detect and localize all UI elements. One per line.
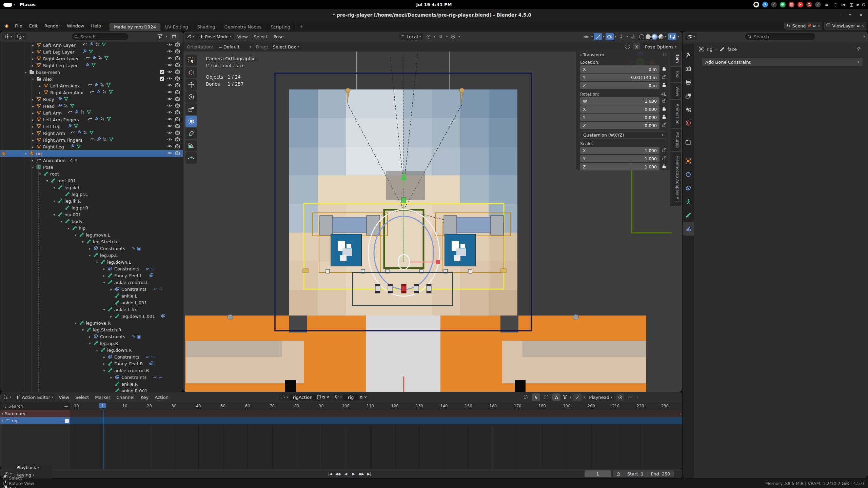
display-mode-button[interactable]: ▾ bbox=[15, 33, 27, 40]
properties-tab-view-layer[interactable] bbox=[683, 89, 694, 103]
orientation-dropdown[interactable]: Default ▾ bbox=[216, 43, 253, 50]
expand-toggle[interactable]: ▸ bbox=[38, 84, 42, 88]
outliner-row-ankle-l-001[interactable]: ankle.L.001 bbox=[0, 299, 183, 306]
lock-closed-icon[interactable] bbox=[662, 83, 666, 88]
expand-toggle[interactable]: ▾ bbox=[80, 328, 85, 332]
expand-toggle[interactable]: ▾ bbox=[45, 179, 50, 183]
tool-rotate[interactable] bbox=[185, 91, 197, 103]
properties-tab-scene[interactable] bbox=[683, 103, 694, 116]
hide-eye-icon[interactable] bbox=[167, 96, 172, 102]
drag-dropdown[interactable]: Select Box ▾ bbox=[271, 43, 301, 50]
tool-measure[interactable] bbox=[185, 140, 197, 151]
outliner-row-ankle-r-001[interactable]: ankle.R.001 bbox=[0, 387, 183, 392]
channel-value-box[interactable] bbox=[65, 419, 69, 423]
expand-toggle[interactable]: ▸ bbox=[31, 159, 35, 162]
jump-to-end-button[interactable]: ▶| bbox=[366, 470, 373, 477]
outliner-row-ankle-l-fix[interactable]: ▾ankle.L.fix bbox=[0, 306, 183, 313]
collection-checkbox[interactable] bbox=[160, 76, 164, 82]
slot-copy-icon[interactable]: ⧉ bbox=[360, 395, 362, 400]
outliner-row-fancy-feet-l[interactable]: ▸Fancy_Feet.L bbox=[0, 272, 183, 279]
slot-name-field[interactable]: rig bbox=[343, 394, 358, 400]
outliner-search-input[interactable]: Search bbox=[71, 33, 129, 40]
workspace-tab-scripting[interactable]: Scripting bbox=[266, 23, 295, 31]
panel-drag-handle[interactable]: ⠿ bbox=[663, 52, 666, 57]
expand-toggle[interactable]: ▾ bbox=[102, 281, 106, 284]
frame-end-field[interactable]: End250 bbox=[647, 470, 674, 477]
hide-eye-icon[interactable] bbox=[167, 110, 172, 116]
shading-rendered-button[interactable] bbox=[658, 34, 664, 39]
outliner-row-leg-up-r[interactable]: ▾leg.up.R bbox=[0, 340, 183, 347]
channel-search[interactable]: Search ↔ bbox=[0, 402, 70, 410]
properties-tab-bone-constraint[interactable] bbox=[683, 222, 694, 236]
lock-open-icon[interactable] bbox=[662, 75, 666, 80]
disable-render-camera-icon[interactable] bbox=[175, 137, 180, 143]
hide-eye-icon[interactable] bbox=[167, 144, 172, 150]
outliner-row-head[interactable]: ▸Head bbox=[0, 103, 183, 109]
blender-logo-icon[interactable] bbox=[3, 24, 9, 28]
hide-eye-icon[interactable] bbox=[167, 130, 172, 136]
hide-eye-icon[interactable] bbox=[167, 137, 172, 143]
properties-tab-collection[interactable] bbox=[683, 135, 694, 149]
disable-render-camera-icon[interactable] bbox=[175, 49, 180, 55]
hide-eye-icon[interactable] bbox=[167, 62, 172, 68]
tool-pose-breakdowner[interactable] bbox=[185, 152, 197, 164]
viewport-menu-select[interactable]: Select bbox=[251, 34, 271, 39]
expand-toggle[interactable]: ▾ bbox=[73, 321, 78, 325]
outliner-row-hip[interactable]: ▾hip bbox=[0, 225, 183, 231]
properties-tab-object-constraints[interactable] bbox=[683, 181, 694, 195]
shading-wireframe-button[interactable] bbox=[639, 34, 644, 39]
app-verified-icon[interactable]: ✓ bbox=[815, 2, 821, 7]
show-errors-toggle[interactable] bbox=[552, 393, 560, 401]
tool-annotate[interactable] bbox=[185, 128, 197, 139]
rotation-y-field[interactable]: Y0.000 bbox=[580, 114, 659, 121]
outliner-row-leg-down-r[interactable]: ▾leg.down.R bbox=[0, 347, 183, 353]
outliner-row-leg-up-l[interactable]: ▾leg.up.L bbox=[0, 252, 183, 259]
app-face-icon[interactable]: ☻ bbox=[753, 2, 759, 7]
rotation-mode-dropdown[interactable]: Quaternion (WXYZ)▾ bbox=[580, 131, 666, 139]
expand-toggle[interactable]: ▾ bbox=[66, 226, 71, 230]
lock-closed-icon[interactable] bbox=[662, 66, 666, 72]
rotation-x-field[interactable]: X0.000 bbox=[580, 105, 659, 113]
use-preview-range-button[interactable] bbox=[613, 470, 624, 477]
workspace-tab-uv-editing[interactable]: UV Editing bbox=[160, 23, 193, 31]
scale-z-field[interactable]: Z1.000 bbox=[580, 163, 659, 170]
show-overlays-toggle[interactable] bbox=[606, 33, 614, 40]
properties-tab-object[interactable] bbox=[683, 154, 694, 168]
menu-window[interactable]: Window bbox=[63, 23, 87, 28]
channel-summary[interactable]: ▾Summary bbox=[0, 410, 70, 417]
collection-checkbox[interactable] bbox=[160, 69, 164, 75]
expand-toggle[interactable]: ▾ bbox=[87, 342, 92, 345]
expand-toggle[interactable]: ▾ bbox=[102, 308, 106, 311]
expand-toggle[interactable]: ▸ bbox=[31, 50, 35, 54]
disable-render-camera-icon[interactable] bbox=[175, 96, 180, 102]
workspace-tab-made-by-mozi1924[interactable]: Made by mozi1924 bbox=[109, 23, 160, 31]
expand-toggle[interactable]: ▸ bbox=[102, 274, 106, 278]
expand-toggle[interactable]: ▸ bbox=[31, 131, 35, 135]
expand-toggle[interactable]: ▸ bbox=[31, 111, 35, 115]
outliner-row-root[interactable]: ▾root bbox=[0, 170, 183, 177]
expand-toggle[interactable]: ▸ bbox=[87, 247, 92, 250]
current-frame-field[interactable]: 1 bbox=[585, 470, 611, 477]
workspace-tab-geometry-nodes[interactable]: Geometry Nodes bbox=[220, 23, 266, 31]
expand-toggle[interactable]: ▾ bbox=[52, 199, 57, 203]
play-button[interactable]: ▶ bbox=[350, 470, 357, 477]
expand-toggle[interactable]: ▸ bbox=[31, 138, 35, 142]
shading-material-button[interactable] bbox=[652, 34, 657, 39]
tool-transform[interactable] bbox=[185, 116, 197, 127]
expand-toggle[interactable]: ▾ bbox=[87, 253, 92, 257]
expand-toggle[interactable]: ▾ bbox=[95, 348, 99, 352]
outliner-row-leg-ik-r[interactable]: ▾leg.ik.R bbox=[0, 198, 183, 204]
properties-tab-physics[interactable] bbox=[683, 168, 694, 181]
outliner-row-left-arm-alex[interactable]: ▸Left Arm.Alex bbox=[0, 82, 183, 89]
keyframe-area[interactable] bbox=[70, 410, 682, 469]
lock-open-icon[interactable] bbox=[662, 148, 666, 154]
tool-select-box[interactable] bbox=[185, 55, 197, 66]
editor-type-button[interactable]: ▾ bbox=[2, 393, 14, 401]
outliner-row-fancy-feet-r[interactable]: ▸Fancy_Feet.R bbox=[0, 360, 183, 367]
scene-pin-icon[interactable]: 📌 bbox=[808, 24, 811, 27]
mode-selector[interactable]: Pose Mode ▾ bbox=[197, 33, 234, 40]
menu-edit[interactable]: Edit bbox=[26, 23, 41, 28]
disable-render-camera-icon[interactable] bbox=[175, 123, 180, 129]
outliner-row-left-arm-layer[interactable]: ▸Left Arm Layer bbox=[0, 42, 183, 48]
properties-tab-armature-data[interactable] bbox=[683, 195, 694, 208]
